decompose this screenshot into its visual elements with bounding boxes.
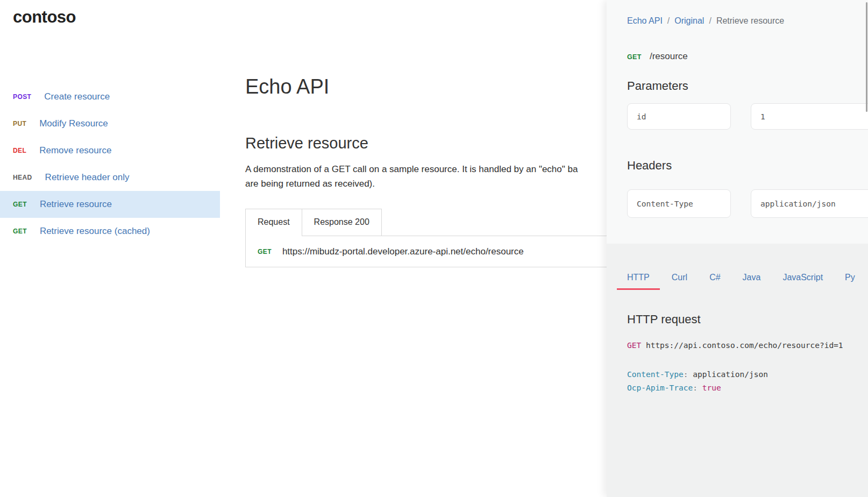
- breadcrumb: Echo API/Original/Retrieve resource: [627, 16, 784, 26]
- lang-tab-javascript[interactable]: JavaScript: [772, 273, 833, 290]
- breadcrumb-separator: /: [709, 16, 711, 25]
- lang-tab-python[interactable]: Py: [835, 273, 865, 290]
- request-response-tabs: Request Response 200: [245, 209, 382, 236]
- header-row: [627, 189, 868, 218]
- method-badge-get: GET: [13, 228, 27, 235]
- code-request-line: GET https://api.contoso.com/echo/resourc…: [627, 339, 843, 352]
- method-badge-get: GET: [258, 248, 272, 255]
- lang-tab-curl[interactable]: Curl: [661, 273, 698, 290]
- try-it-panel: Echo API/Original/Retrieve resource GET …: [607, 0, 868, 497]
- http-request-heading: HTTP request: [627, 313, 701, 326]
- method-badge-get: GET: [627, 53, 642, 61]
- header-value-input[interactable]: [751, 189, 868, 218]
- method-badge-get: GET: [13, 201, 27, 208]
- parameter-name-input[interactable]: [627, 103, 731, 130]
- language-tabs: HTTP Curl C# Java JavaScript Py: [617, 273, 867, 290]
- sidebar-item-label: Create resource: [44, 91, 110, 102]
- sidebar-item-modify-resource[interactable]: PUT Modify Resource: [0, 110, 220, 137]
- contoso-logo[interactable]: contoso: [13, 8, 76, 27]
- operation-signature: GET /resource: [627, 51, 688, 62]
- breadcrumb-version-link[interactable]: Original: [674, 16, 704, 25]
- sidebar-item-label: Modify Resource: [39, 118, 108, 129]
- lang-tab-csharp[interactable]: C#: [699, 273, 730, 290]
- sidebar-item-label: Retrieve resource: [40, 199, 112, 210]
- sidebar-item-label: Remove resource: [39, 145, 111, 156]
- headers-heading: Headers: [627, 159, 672, 173]
- code-header-line: Content-Type: application/json: [627, 368, 843, 381]
- tab-request[interactable]: Request: [245, 209, 302, 236]
- breadcrumb-separator: /: [667, 16, 670, 25]
- http-request-code-block: GET https://api.contoso.com/echo/resourc…: [627, 339, 843, 395]
- request-url: https://mibudz-portal.developer.azure-ap…: [282, 246, 524, 257]
- api-title: Echo API: [245, 75, 329, 98]
- code-header-line: Ocp-Apim-Trace: true: [627, 381, 843, 395]
- sidebar-item-label: Retrieve resource (cached): [40, 226, 150, 237]
- method-badge-post: POST: [13, 93, 31, 101]
- parameter-row: [627, 103, 868, 130]
- operation-path: /resource: [650, 51, 688, 62]
- sidebar-item-retrieve-resource-cached[interactable]: GET Retrieve resource (cached): [0, 218, 220, 245]
- parameter-value-input[interactable]: [751, 103, 868, 130]
- operations-sidebar: POST Create resource PUT Modify Resource…: [0, 83, 220, 245]
- sidebar-item-remove-resource[interactable]: DEL Remove resource: [0, 137, 220, 164]
- sidebar-item-retrieve-resource-selected[interactable]: GET Retrieve resource: [0, 191, 220, 218]
- sidebar-item-retrieve-header-only[interactable]: HEAD Retrieve header only: [0, 164, 220, 191]
- method-badge-put: PUT: [13, 120, 26, 127]
- breadcrumb-api-link[interactable]: Echo API: [627, 16, 663, 25]
- breadcrumb-current-operation: Retrieve resource: [716, 16, 784, 25]
- operation-title: Retrieve resource: [245, 134, 368, 152]
- sidebar-item-label: Retrieve header only: [45, 172, 130, 183]
- operation-description-line1: A demonstration of a GET call on a sampl…: [245, 164, 578, 175]
- sidebar-item-create-resource[interactable]: POST Create resource: [0, 83, 220, 110]
- lang-tab-http[interactable]: HTTP: [617, 273, 660, 290]
- lang-tab-java[interactable]: Java: [732, 273, 771, 290]
- header-name-input[interactable]: [627, 189, 731, 218]
- panel-scrollbar-thumb[interactable]: [866, 2, 867, 112]
- parameters-heading: Parameters: [627, 79, 688, 93]
- method-badge-del: DEL: [13, 147, 26, 154]
- operation-description-line2: are being returned as received).: [245, 179, 375, 189]
- method-badge-head: HEAD: [13, 174, 32, 181]
- tab-response-200[interactable]: Response 200: [302, 209, 382, 236]
